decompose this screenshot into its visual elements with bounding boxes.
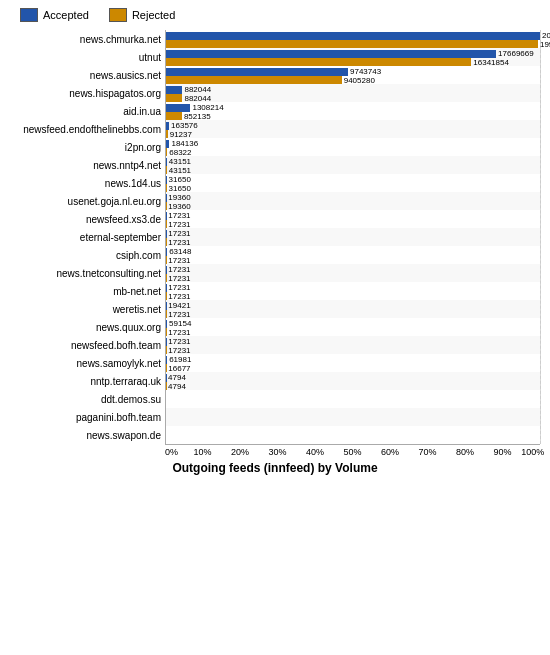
- x-axis-label: 80%: [446, 447, 484, 457]
- bar-label-accepted: 20020264: [540, 31, 550, 40]
- bar-row: 1308214852135: [166, 102, 540, 120]
- legend-accepted: Accepted: [20, 8, 89, 22]
- y-label: aid.in.ua: [10, 102, 165, 120]
- legend-rejected: Rejected: [109, 8, 175, 22]
- bar-row: 47944794: [166, 372, 540, 390]
- bar-row: 1942117231: [166, 300, 540, 318]
- bar-rejected: [166, 76, 342, 84]
- bar-row: [166, 426, 540, 444]
- chart-container: Accepted Rejected news.chmurka.netutnutn…: [0, 0, 550, 655]
- y-label: news.1d4.us: [10, 174, 165, 192]
- bar-label-accepted: 19421: [166, 301, 190, 310]
- y-label: mb-net.net: [10, 282, 165, 300]
- bar-label-accepted: 43151: [167, 157, 191, 166]
- bar-row: 1723117231: [166, 264, 540, 282]
- y-label: news.hispagatos.org: [10, 84, 165, 102]
- y-label: news.chmurka.net: [10, 30, 165, 48]
- x-axis-label: 100%: [521, 447, 540, 457]
- bar-label-accepted: 9743743: [348, 67, 381, 76]
- bar-row: [166, 390, 540, 408]
- x-axis-label: 70%: [409, 447, 447, 457]
- bar-label-accepted: 4794: [166, 373, 186, 382]
- bar-accepted: [166, 86, 182, 94]
- bar-label-accepted: 59154: [167, 319, 191, 328]
- bar-label-accepted: 184136: [169, 139, 198, 148]
- bar-label-accepted: 17231: [166, 211, 190, 220]
- bar-row: 2002026419912357: [166, 30, 540, 48]
- bar-row: 1723117231: [166, 210, 540, 228]
- y-label: usenet.goja.nl.eu.org: [10, 192, 165, 210]
- rejected-legend-box: [109, 8, 127, 22]
- chart-title: Outgoing feeds (innfeed) by Volume: [10, 461, 540, 475]
- grid-line: [540, 30, 541, 444]
- x-axis-label: 30%: [259, 447, 297, 457]
- accepted-legend-box: [20, 8, 38, 22]
- bar-row: 5915417231: [166, 318, 540, 336]
- y-label: news.quux.org: [10, 318, 165, 336]
- bar-rejected: [166, 40, 538, 48]
- bar-label-accepted: 61981: [167, 355, 191, 364]
- bar-row: 1723117231: [166, 336, 540, 354]
- bar-rejected: [166, 58, 471, 66]
- y-label: eternal-september: [10, 228, 165, 246]
- y-label: newsfeed.xs3.de: [10, 210, 165, 228]
- bars-area: 2002026419912357176696691634185497437439…: [165, 30, 540, 445]
- bar-row: 97437439405280: [166, 66, 540, 84]
- bar-label-accepted: 17231: [166, 265, 190, 274]
- bar-label-accepted: 882044: [182, 85, 211, 94]
- bar-label-accepted: 63148: [167, 247, 191, 256]
- bar-row: 18413668322: [166, 138, 540, 156]
- bar-label-accepted: 17231: [166, 337, 190, 346]
- x-axis-label: 40%: [296, 447, 334, 457]
- y-label: news.tnetconsulting.net: [10, 264, 165, 282]
- bar-row: 3165031650: [166, 174, 540, 192]
- x-axis-label: 90%: [484, 447, 522, 457]
- x-axis-label: 10%: [184, 447, 222, 457]
- y-label: news.samoylyk.net: [10, 354, 165, 372]
- bar-accepted: [166, 104, 190, 112]
- x-axis-label: 50%: [334, 447, 372, 457]
- bar-row: 1723117231: [166, 282, 540, 300]
- y-label: csiph.com: [10, 246, 165, 264]
- bar-label-accepted: 17669669: [496, 49, 534, 58]
- y-label: newsfeed.endofthelinebbs.com: [10, 120, 165, 138]
- bar-label-accepted: 31650: [167, 175, 191, 184]
- legend: Accepted Rejected: [10, 8, 540, 22]
- y-label: news.swapon.de: [10, 426, 165, 444]
- bar-rejected: [166, 112, 182, 120]
- accepted-legend-label: Accepted: [43, 9, 89, 21]
- bar-accepted: [166, 32, 540, 40]
- bar-row: 6198116677: [166, 354, 540, 372]
- y-label: ddt.demos.su: [10, 390, 165, 408]
- chart-inner: news.chmurka.netutnutnews.ausics.netnews…: [10, 30, 540, 445]
- x-axis-label: 20%: [221, 447, 259, 457]
- rejected-legend-label: Rejected: [132, 9, 175, 21]
- y-labels: news.chmurka.netutnutnews.ausics.netnews…: [10, 30, 165, 445]
- x-axis-labels: 0%10%20%30%40%50%60%70%80%90%100%: [165, 445, 540, 457]
- bar-label-accepted: 19360: [166, 193, 190, 202]
- y-label: news.ausics.net: [10, 66, 165, 84]
- bar-row: 882044882044: [166, 84, 540, 102]
- y-label: newsfeed.bofh.team: [10, 336, 165, 354]
- bar-label-accepted: 17231: [166, 283, 190, 292]
- bar-rejected: [166, 94, 182, 102]
- y-label: paganini.bofh.team: [10, 408, 165, 426]
- bar-accepted: [166, 50, 496, 58]
- bar-row: 1766966916341854: [166, 48, 540, 66]
- bar-accepted: [166, 68, 348, 76]
- bar-row: 16357691237: [166, 120, 540, 138]
- bar-label-accepted: 1308214: [190, 103, 223, 112]
- bar-row: [166, 408, 540, 426]
- y-label: news.nntp4.net: [10, 156, 165, 174]
- y-label: i2pn.org: [10, 138, 165, 156]
- bar-row: 1936019360: [166, 192, 540, 210]
- y-label: weretis.net: [10, 300, 165, 318]
- x-axis-label: 0%: [165, 447, 184, 457]
- bar-row: 1723117231: [166, 228, 540, 246]
- bar-row: 4315143151: [166, 156, 540, 174]
- y-label: utnut: [10, 48, 165, 66]
- x-axis-label: 60%: [371, 447, 409, 457]
- y-label: nntp.terraraq.uk: [10, 372, 165, 390]
- bar-label-accepted: 163576: [169, 121, 198, 130]
- bar-label-accepted: 17231: [166, 229, 190, 238]
